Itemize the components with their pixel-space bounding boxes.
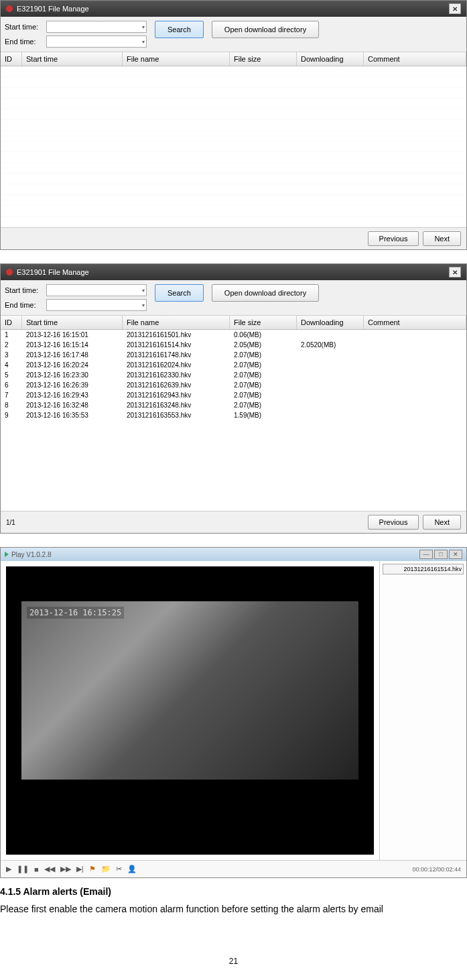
table-row[interactable]: 72013-12-16 16:29:4320131216162943.hkv2.… [1, 390, 466, 400]
pause-icon[interactable]: ❚❚ [17, 865, 29, 873]
app-icon [6, 269, 13, 275]
cell-comment [364, 401, 466, 410]
flag-icon[interactable]: ⚑ [89, 865, 96, 873]
previous-button[interactable]: Previous [368, 515, 419, 530]
cell-file-size: 2.07(MB) [230, 371, 297, 379]
table-row[interactable]: 12013-12-16 16:15:0120131216161501.hkv0.… [1, 330, 466, 340]
maximize-icon[interactable]: □ [434, 550, 448, 559]
close-icon[interactable]: ✕ [449, 267, 461, 278]
col-file-name[interactable]: File name [123, 52, 230, 66]
table-header: ID Start time File name File size Downlo… [1, 52, 466, 66]
cell-file-name: 20131216162639.hkv [123, 381, 230, 389]
cell-start-time: 2013-12-16 16:35:53 [22, 411, 123, 420]
cell-downloading [297, 411, 364, 420]
cell-id: 6 [1, 381, 22, 389]
table-row[interactable]: 42013-12-16 16:20:2420131216162024.hkv2.… [1, 360, 466, 370]
col-start-time[interactable]: Start time [22, 52, 123, 66]
player-title: Play V1.0.2.8 [11, 551, 51, 558]
table-body: 12013-12-16 16:15:0120131216161501.hkv0.… [1, 330, 466, 511]
open-directory-button[interactable]: Open download directory [212, 21, 319, 38]
cell-file-size: 0.06(MB) [230, 330, 297, 339]
col-id[interactable]: ID [1, 316, 22, 329]
player-sidebar: 20131216161514.hkv [379, 561, 466, 860]
stop-icon[interactable]: ■ [34, 865, 39, 873]
window-title: E321901 File Manage [17, 268, 89, 276]
cell-file-size: 2.07(MB) [230, 401, 297, 410]
col-start-time[interactable]: Start time [22, 316, 123, 329]
close-icon[interactable]: ✕ [449, 3, 461, 14]
cell-file-name: 20131216163248.hkv [123, 401, 230, 410]
rewind-icon[interactable]: ◀◀ [44, 865, 55, 873]
playlist-file-entry[interactable]: 20131216161514.hkv [383, 564, 464, 574]
page-number: 21 [0, 957, 467, 966]
file-manager-window-populated: E321901 File Manage ✕ Start time: ▾ End … [0, 263, 467, 534]
cell-downloading [297, 330, 364, 339]
video-player-window: Play V1.0.2.8 — □ ✕ 2013-12-16 16:15:25 … [0, 547, 467, 878]
timecode: 00:00:12/00:02:44 [412, 866, 461, 873]
cell-id: 5 [1, 371, 22, 379]
cell-id: 8 [1, 401, 22, 410]
col-downloading[interactable]: Downloading [297, 316, 364, 329]
open-file-icon[interactable]: 📁 [101, 865, 111, 873]
cell-start-time: 2013-12-16 16:20:24 [22, 361, 123, 369]
start-time-label: Start time: [5, 23, 42, 31]
dropdown-icon: ▾ [139, 302, 145, 308]
start-time-input[interactable]: ▾ [46, 284, 147, 296]
col-comment[interactable]: Comment [364, 52, 466, 66]
titlebar: E321901 File Manage ✕ [1, 1, 466, 17]
col-file-size[interactable]: File size [230, 316, 297, 329]
cell-file-name: 20131216162943.hkv [123, 391, 230, 400]
cell-id: 7 [1, 391, 22, 400]
cell-file-name: 20131216162330.hkv [123, 371, 230, 379]
col-downloading[interactable]: Downloading [297, 52, 364, 66]
cell-comment [364, 351, 466, 359]
video-frame[interactable]: 2013-12-16 16:15:25 [6, 566, 374, 855]
col-file-size[interactable]: File size [230, 52, 297, 66]
end-time-input[interactable]: ▾ [46, 299, 147, 311]
table-row[interactable]: 52013-12-16 16:23:3020131216162330.hkv2.… [1, 370, 466, 380]
step-icon[interactable]: ▶| [76, 865, 84, 873]
start-time-label: Start time: [5, 286, 42, 294]
forward-icon[interactable]: ▶▶ [60, 865, 71, 873]
scissors-icon[interactable]: ✂ [116, 865, 122, 873]
search-button[interactable]: Search [155, 284, 204, 302]
cell-comment [364, 330, 466, 339]
person-icon[interactable]: 👤 [127, 865, 137, 873]
next-button[interactable]: Next [423, 231, 461, 246]
cell-file-name: 20131216162024.hkv [123, 361, 230, 369]
section-heading: 4.1.5 Alarm alerts (Email) [0, 886, 467, 897]
video-area: 2013-12-16 16:15:25 [1, 561, 379, 860]
cell-file-name: 20131216163553.hkv [123, 411, 230, 420]
end-time-input[interactable]: ▾ [46, 36, 147, 48]
table-row[interactable]: 22013-12-16 16:15:1420131216161514.hkv2.… [1, 340, 466, 350]
cell-downloading [297, 351, 364, 359]
col-id[interactable]: ID [1, 52, 22, 66]
cell-id: 9 [1, 411, 22, 420]
table-body-empty [1, 66, 466, 227]
col-file-name[interactable]: File name [123, 316, 230, 329]
cell-start-time: 2013-12-16 16:32:48 [22, 401, 123, 410]
table-row[interactable]: 92013-12-16 16:35:5320131216163553.hkv1.… [1, 410, 466, 420]
cell-comment [364, 411, 466, 420]
cell-file-name: 20131216161748.hkv [123, 351, 230, 359]
video-content: 2013-12-16 16:15:25 [21, 601, 358, 779]
previous-button[interactable]: Previous [368, 231, 419, 246]
footer: Previous Next [1, 227, 466, 249]
table-row[interactable]: 82013-12-16 16:32:4820131216163248.hkv2.… [1, 400, 466, 410]
search-button[interactable]: Search [155, 21, 204, 38]
cell-file-size: 2.07(MB) [230, 381, 297, 389]
close-icon[interactable]: ✕ [449, 550, 462, 559]
col-comment[interactable]: Comment [364, 316, 466, 329]
start-time-input[interactable]: ▾ [46, 21, 147, 33]
play-icon[interactable]: ▶ [6, 865, 11, 873]
table-row[interactable]: 32013-12-16 16:17:4820131216161748.hkv2.… [1, 350, 466, 360]
cell-start-time: 2013-12-16 16:23:30 [22, 371, 123, 379]
cell-start-time: 2013-12-16 16:15:01 [22, 330, 123, 339]
open-directory-button[interactable]: Open download directory [212, 284, 319, 302]
minimize-icon[interactable]: — [419, 550, 433, 559]
end-time-label: End time: [5, 38, 42, 46]
player-titlebar: Play V1.0.2.8 — □ ✕ [1, 548, 466, 561]
table-row[interactable]: 62013-12-16 16:26:3920131216162639.hkv2.… [1, 380, 466, 390]
next-button[interactable]: Next [423, 515, 461, 530]
cell-file-size: 2.07(MB) [230, 351, 297, 359]
